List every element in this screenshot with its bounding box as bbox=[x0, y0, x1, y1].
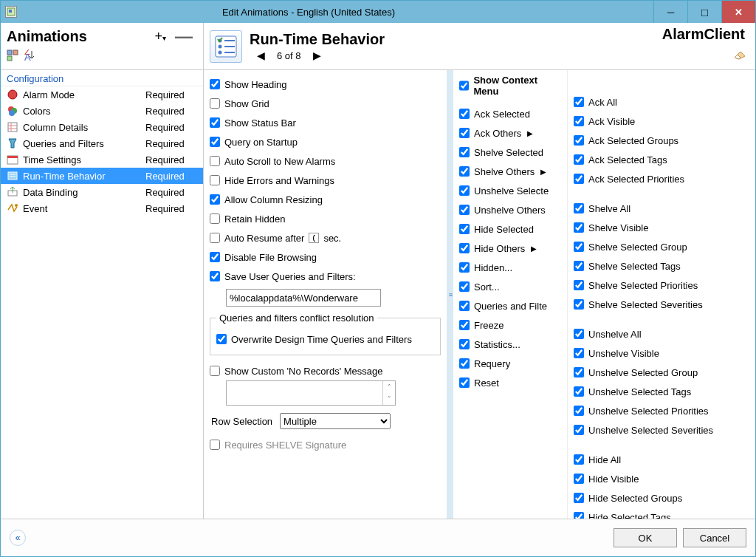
ctx-ack-selected-checkbox[interactable] bbox=[459, 109, 470, 119]
ctx-unshelve-selected-tags-checkbox[interactable] bbox=[574, 386, 584, 397]
show-grid-checkbox[interactable] bbox=[210, 98, 220, 109]
close-button[interactable] bbox=[721, 1, 755, 23]
ctx-requery-checkbox[interactable] bbox=[459, 358, 470, 369]
svg-rect-24 bbox=[8, 172, 17, 180]
animations-header: Animations +▾ — ZA bbox=[1, 23, 204, 69]
ctx-ack-selected-priorities-checkbox[interactable] bbox=[574, 174, 584, 184]
ctx-item-label: Unshelve Selected Group bbox=[588, 367, 698, 378]
ctx-hide-selected-tags-checkbox[interactable] bbox=[574, 512, 584, 519]
ctx-item-label: Ack Selected bbox=[474, 109, 530, 120]
maximize-button[interactable] bbox=[687, 1, 721, 23]
ctx-hide-others-checkbox[interactable] bbox=[459, 243, 470, 253]
ctx-item-label: Reset bbox=[474, 377, 499, 389]
show-custom-msg-checkbox[interactable] bbox=[210, 366, 220, 376]
msg-up-button[interactable]: ˄ bbox=[383, 381, 395, 393]
nav-item-icon bbox=[7, 89, 18, 100]
ctx-item-label: Unshelve Selected Tags bbox=[588, 386, 691, 397]
requires-sig-checkbox[interactable] bbox=[210, 440, 220, 450]
save-queries-checkbox[interactable] bbox=[210, 271, 220, 281]
nav-item-data-binding[interactable]: Data BindingRequired bbox=[1, 184, 203, 200]
sort-icon[interactable]: ZA bbox=[24, 49, 36, 61]
auto-scroll-checkbox[interactable] bbox=[210, 156, 220, 166]
ctx-statistics--checkbox[interactable] bbox=[459, 339, 470, 349]
ctx-shelve-selected-group-checkbox[interactable] bbox=[574, 242, 584, 252]
nav-item-colors[interactable]: ColorsRequired bbox=[1, 103, 203, 119]
minimize-button[interactable] bbox=[653, 1, 687, 23]
ctx-shelve-selected-tags-checkbox[interactable] bbox=[574, 261, 584, 271]
nav-item-alarm-mode[interactable]: Alarm ModeRequired bbox=[1, 86, 203, 103]
pager-prev-button[interactable]: ◀ bbox=[257, 49, 265, 61]
remove-animation-button[interactable]: — bbox=[171, 26, 197, 47]
ctx-ack-selected-groups-checkbox[interactable] bbox=[574, 135, 584, 146]
ctx-ack-visible-checkbox[interactable] bbox=[574, 116, 584, 126]
ctx-ack-others-checkbox[interactable] bbox=[459, 128, 470, 138]
pager-next-button[interactable]: ▶ bbox=[313, 49, 321, 61]
ctx-queries-and-filte-checkbox[interactable] bbox=[459, 301, 470, 311]
ctx-shelve-selected-checkbox[interactable] bbox=[459, 147, 470, 157]
nav-item-queries-and-filters[interactable]: Queries and FiltersRequired bbox=[1, 135, 203, 151]
allow-resize-checkbox[interactable] bbox=[210, 194, 220, 205]
ctx-unshelve-selected-group-checkbox[interactable] bbox=[574, 367, 584, 377]
ctx-shelve-visible-checkbox[interactable] bbox=[574, 222, 584, 233]
hide-errors-checkbox[interactable] bbox=[210, 175, 220, 185]
submenu-arrow-icon: ▶ bbox=[527, 129, 533, 137]
ctx-shelve-others-checkbox[interactable] bbox=[459, 166, 470, 177]
ctx-hide-selected-checkbox[interactable] bbox=[459, 224, 470, 234]
conflict-resolution-group: Queries and filters conflict resolution … bbox=[210, 312, 441, 355]
svg-rect-18 bbox=[8, 123, 17, 131]
ctx-shelve-all-checkbox[interactable] bbox=[574, 203, 584, 213]
disable-browse-checkbox[interactable] bbox=[210, 252, 220, 262]
row-selection-select[interactable]: Multiple bbox=[280, 413, 391, 429]
cancel-button[interactable]: Cancel bbox=[683, 528, 746, 547]
show-heading-checkbox[interactable] bbox=[210, 79, 220, 89]
svg-point-10 bbox=[219, 50, 222, 54]
ctx-unshelve-others-checkbox[interactable] bbox=[459, 205, 470, 215]
splitter[interactable]: ≡ bbox=[447, 70, 453, 519]
overwrite-checkbox[interactable] bbox=[216, 334, 227, 344]
ctx-item-label: Unshelve Selected Priorities bbox=[588, 406, 709, 417]
show-status-bar-checkbox[interactable] bbox=[210, 117, 220, 128]
ctx-freeze-checkbox[interactable] bbox=[459, 320, 470, 330]
save-path-input[interactable] bbox=[226, 289, 381, 307]
ctx-unshelve-selecte-checkbox[interactable] bbox=[459, 185, 470, 196]
auto-resume-checkbox[interactable] bbox=[210, 233, 220, 243]
options-column: Show Heading Show Grid Show Status Bar Q… bbox=[204, 70, 447, 519]
ctx-unshelve-all-checkbox[interactable] bbox=[574, 329, 584, 339]
collapse-button[interactable]: « bbox=[10, 530, 26, 546]
ctx-unshelve-selected-priorities-checkbox[interactable] bbox=[574, 406, 584, 416]
query-on-startup-checkbox[interactable] bbox=[210, 137, 220, 147]
clear-icon[interactable] bbox=[732, 49, 749, 66]
nav-item-column-details[interactable]: Column DetailsRequired bbox=[1, 119, 203, 135]
context-submenu-column: Ack AllAck VisibleAck Selected GroupsAck… bbox=[568, 70, 755, 519]
ctx-ack-selected-tags-checkbox[interactable] bbox=[574, 154, 584, 165]
svg-rect-2 bbox=[7, 50, 12, 55]
auto-resume-value[interactable] bbox=[309, 233, 319, 243]
show-context-menu-checkbox[interactable] bbox=[459, 81, 469, 91]
ctx-hide-selected-groups-checkbox[interactable] bbox=[574, 493, 584, 503]
ctx-item-label: Shelve All bbox=[588, 203, 630, 214]
ctx-sort--checkbox[interactable] bbox=[459, 281, 470, 292]
ctx-shelve-selected-priorities-checkbox[interactable] bbox=[574, 280, 584, 290]
nav-item-run-time-behavior[interactable]: Run-Time BehaviorRequired bbox=[1, 168, 203, 184]
ctx-unshelve-selected-severities-checkbox[interactable] bbox=[574, 425, 584, 435]
ctx-unshelve-visible-checkbox[interactable] bbox=[574, 348, 584, 358]
ctx-shelve-selected-severities-checkbox[interactable] bbox=[574, 299, 584, 310]
ctx-hide-all-checkbox[interactable] bbox=[574, 454, 584, 465]
ctx-reset-checkbox[interactable] bbox=[459, 377, 470, 388]
submenu-arrow-icon: ▶ bbox=[531, 245, 537, 253]
nav-item-event[interactable]: EventRequired bbox=[1, 200, 203, 216]
ok-button[interactable]: OK bbox=[614, 528, 677, 547]
nav-item-label: Data Binding bbox=[23, 187, 141, 198]
custom-msg-input[interactable]: ˄˅ bbox=[226, 380, 396, 406]
ctx-hide-visible-checkbox[interactable] bbox=[574, 474, 584, 484]
ctx-item-label: Sort... bbox=[474, 281, 500, 293]
msg-down-button[interactable]: ˅ bbox=[383, 393, 395, 405]
add-animation-button[interactable]: +▾ bbox=[150, 29, 171, 44]
nav-item-time-settings[interactable]: Time SettingsRequired bbox=[1, 151, 203, 168]
ctx-hidden--checkbox[interactable] bbox=[459, 262, 470, 273]
ctx-ack-all-checkbox[interactable] bbox=[574, 97, 584, 107]
retain-hidden-checkbox[interactable] bbox=[210, 213, 220, 224]
ctx-item-label: Ack All bbox=[588, 97, 617, 108]
runtime-behavior-icon bbox=[210, 30, 242, 63]
categorize-icon[interactable] bbox=[7, 49, 18, 61]
